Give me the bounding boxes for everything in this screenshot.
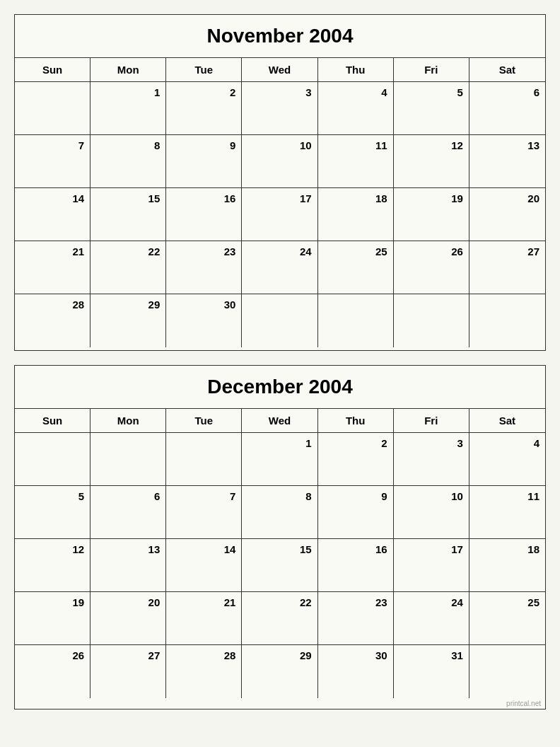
day-cell: 5: [15, 486, 91, 539]
day-cell: [394, 294, 469, 347]
day-cell: 27: [91, 645, 166, 698]
dec-header-fri: Fri: [394, 409, 469, 433]
day-cell: 14: [15, 188, 91, 241]
day-cell: 18: [469, 539, 545, 592]
day-cell: 5: [394, 82, 469, 135]
day-cell: 25: [469, 592, 545, 645]
day-cell: 7: [166, 486, 242, 539]
watermark-nov: [15, 347, 545, 350]
day-cell: 19: [394, 188, 469, 241]
december-calendar: December 2004 Sun Mon Tue Wed Thu Fri Sa…: [14, 365, 546, 710]
day-cell: 8: [91, 135, 166, 188]
day-cell: 22: [91, 241, 166, 294]
day-cell: 13: [469, 135, 545, 188]
week-row-2: 14151617181920: [15, 188, 545, 241]
day-cell: 16: [166, 188, 242, 241]
header-fri: Fri: [394, 58, 469, 82]
november-calendar: November 2004 Sun Mon Tue Wed Thu Fri Sa…: [14, 14, 546, 351]
day-cell: 6: [91, 486, 166, 539]
day-cell: 12: [394, 135, 469, 188]
dec-header-thu: Thu: [318, 409, 394, 433]
day-cell: 10: [242, 135, 317, 188]
header-mon: Mon: [91, 58, 166, 82]
day-cell: 10: [394, 486, 469, 539]
day-cell: [15, 433, 91, 486]
day-cell: 2: [166, 82, 242, 135]
day-cell: 13: [91, 539, 166, 592]
day-cell: 27: [469, 241, 545, 294]
november-grid: Sun Mon Tue Wed Thu Fri Sat: [15, 58, 545, 82]
day-cell: 1: [242, 433, 317, 486]
day-cell: 9: [318, 486, 394, 539]
day-cell: 14: [166, 539, 242, 592]
november-body: 1234567891011121314151617181920212223242…: [15, 82, 545, 347]
header-sun: Sun: [15, 58, 91, 82]
week-row-2: 12131415161718: [15, 539, 545, 592]
day-cell: [15, 82, 91, 135]
day-cell: 21: [166, 592, 242, 645]
week-row-4: 282930: [15, 294, 545, 347]
day-cell: 31: [394, 645, 469, 698]
day-cell: [318, 294, 394, 347]
day-cell: 7: [15, 135, 91, 188]
week-row-4: 262728293031: [15, 645, 545, 698]
header-wed: Wed: [242, 58, 317, 82]
day-cell: 4: [469, 433, 545, 486]
day-cell: [166, 433, 242, 486]
dec-header-tue: Tue: [166, 409, 242, 433]
day-cell: 1: [91, 82, 166, 135]
day-cell: 20: [91, 592, 166, 645]
week-row-0: 1234: [15, 433, 545, 486]
day-cell: 23: [166, 241, 242, 294]
day-cell: 30: [318, 645, 394, 698]
december-body: 1234567891011121314151617181920212223242…: [15, 433, 545, 698]
day-cell: 4: [318, 82, 394, 135]
november-title: November 2004: [15, 15, 545, 58]
day-cell: 8: [242, 486, 317, 539]
week-row-1: 567891011: [15, 486, 545, 539]
day-cell: 21: [15, 241, 91, 294]
day-cell: [242, 294, 317, 347]
week-row-1: 78910111213: [15, 135, 545, 188]
day-cell: [469, 645, 545, 698]
day-cell: 17: [394, 539, 469, 592]
day-cell: 26: [15, 645, 91, 698]
dec-header-wed: Wed: [242, 409, 317, 433]
day-cell: 20: [469, 188, 545, 241]
dec-header-sun: Sun: [15, 409, 91, 433]
december-header-grid: Sun Mon Tue Wed Thu Fri Sat: [15, 409, 545, 433]
day-cell: 11: [469, 486, 545, 539]
day-cell: 24: [242, 241, 317, 294]
week-row-0: 123456: [15, 82, 545, 135]
header-thu: Thu: [318, 58, 394, 82]
header-tue: Tue: [166, 58, 242, 82]
day-cell: 28: [15, 294, 91, 347]
day-cell: 16: [318, 539, 394, 592]
header-sat: Sat: [469, 58, 545, 82]
day-cell: 9: [166, 135, 242, 188]
day-cell: 11: [318, 135, 394, 188]
day-cell: 2: [318, 433, 394, 486]
day-cell: 15: [242, 539, 317, 592]
day-cell: 12: [15, 539, 91, 592]
day-cell: 22: [242, 592, 317, 645]
day-cell: 26: [394, 241, 469, 294]
day-cell: 29: [91, 294, 166, 347]
day-cell: [91, 433, 166, 486]
day-cell: 28: [166, 645, 242, 698]
week-row-3: 21222324252627: [15, 241, 545, 294]
week-row-3: 19202122232425: [15, 592, 545, 645]
day-cell: 15: [91, 188, 166, 241]
day-cell: 18: [318, 188, 394, 241]
day-cell: 24: [394, 592, 469, 645]
day-cell: 19: [15, 592, 91, 645]
day-cell: 3: [242, 82, 317, 135]
day-cell: 3: [394, 433, 469, 486]
day-cell: 23: [318, 592, 394, 645]
dec-header-mon: Mon: [91, 409, 166, 433]
dec-header-sat: Sat: [469, 409, 545, 433]
day-cell: 29: [242, 645, 317, 698]
day-cell: 25: [318, 241, 394, 294]
december-title: December 2004: [15, 366, 545, 409]
day-cell: 6: [469, 82, 545, 135]
